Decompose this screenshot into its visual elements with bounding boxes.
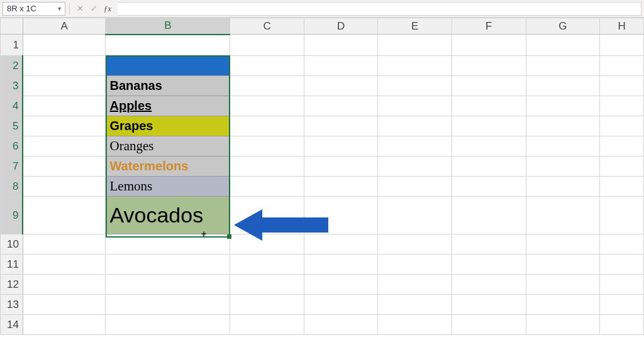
row-header-5[interactable]: 5 (1, 116, 23, 136)
cell-H1[interactable] (600, 35, 644, 56)
cell-A1[interactable] (23, 35, 106, 56)
cell-B4[interactable]: Apples (106, 96, 230, 116)
cell-A8[interactable] (23, 177, 106, 197)
cell-G1[interactable] (526, 35, 600, 56)
spreadsheet-grid[interactable]: A B C D E F G H 1 2 3 (0, 18, 644, 335)
row-header-9[interactable]: 9 (1, 197, 23, 234)
select-all-corner[interactable] (1, 18, 23, 35)
cell-A4[interactable] (23, 96, 106, 116)
col-header-E[interactable]: E (378, 18, 452, 35)
cell-B1[interactable] (106, 35, 230, 56)
cell-A6[interactable] (23, 136, 106, 156)
col-header-B[interactable]: B (106, 18, 230, 35)
row-header-4[interactable]: 4 (1, 96, 23, 116)
formula-bar: 8R x 1C ▾ ✕ ✓ ƒx (0, 0, 644, 18)
row-header-12[interactable]: 12 (1, 275, 23, 295)
row-header-1[interactable]: 1 (1, 35, 23, 56)
divider (69, 3, 70, 14)
formula-input[interactable] (118, 2, 641, 16)
col-header-C[interactable]: C (230, 18, 304, 35)
row-header-10[interactable]: 10 (1, 234, 23, 255)
row-header-14[interactable]: 14 (1, 315, 23, 335)
cell-F1[interactable] (452, 35, 526, 56)
col-header-F[interactable]: F (452, 18, 526, 35)
col-header-A[interactable]: A (23, 18, 106, 35)
chevron-down-icon[interactable]: ▾ (58, 5, 61, 12)
cell-A2[interactable] (23, 56, 106, 76)
name-box[interactable]: 8R x 1C ▾ (3, 2, 65, 16)
row-header-2[interactable]: 2 (1, 56, 23, 76)
name-box-value: 8R x 1C (7, 4, 36, 13)
col-header-H[interactable]: H (600, 18, 644, 35)
cell-D1[interactable] (304, 35, 378, 56)
svg-marker-0 (234, 209, 328, 241)
cell-B6[interactable]: Oranges (106, 136, 230, 156)
cell-E1[interactable] (378, 35, 452, 56)
cell-A3[interactable] (23, 76, 106, 96)
arrow-left-icon (234, 206, 328, 244)
cell-C2[interactable] (230, 56, 304, 76)
cell-B8[interactable]: Lemons (106, 177, 230, 197)
cell-B3[interactable]: Bananas (106, 76, 230, 96)
row-header-8[interactable]: 8 (1, 177, 23, 197)
cell-A7[interactable] (23, 156, 106, 177)
cell-C1[interactable] (230, 35, 304, 56)
row-header-7[interactable]: 7 (1, 156, 23, 177)
cancel-icon[interactable]: ✕ (74, 3, 86, 15)
confirm-icon[interactable]: ✓ (87, 3, 100, 15)
row-header-11[interactable]: 11 (1, 255, 23, 275)
col-header-D[interactable]: D (304, 18, 378, 35)
cell-B2[interactable] (106, 56, 230, 76)
cell-A9[interactable] (23, 197, 106, 234)
fx-icon[interactable]: ƒx (101, 3, 114, 15)
cell-A5[interactable] (23, 116, 106, 136)
cell-B5[interactable]: Grapes (106, 116, 230, 136)
row-header-6[interactable]: 6 (1, 136, 23, 156)
col-header-G[interactable]: G (526, 18, 600, 35)
cell-B9[interactable]: Avocados (106, 197, 230, 234)
row-header-13[interactable]: 13 (1, 295, 23, 315)
plus-cursor-icon: + (201, 229, 206, 239)
cell-B7[interactable]: Watermelons (106, 156, 230, 177)
row-header-3[interactable]: 3 (1, 76, 23, 96)
